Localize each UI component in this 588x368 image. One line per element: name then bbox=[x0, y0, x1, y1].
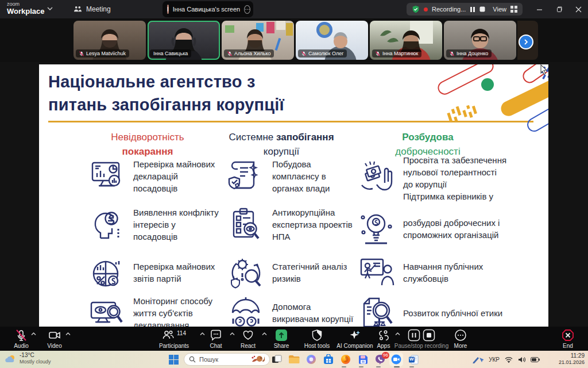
participant-tile-active-speaker[interactable]: Інна Савицька bbox=[148, 21, 220, 60]
meeting-tab-label: Meeting bbox=[86, 5, 111, 13]
participant-tile[interactable]: Lesya Matviichuk bbox=[74, 21, 146, 60]
host-tools-button[interactable]: Host tools bbox=[297, 329, 336, 349]
copilot-button[interactable] bbox=[304, 352, 318, 366]
decor-green-dot bbox=[481, 78, 494, 91]
participant-name-badge: Альона Хилько bbox=[224, 49, 274, 57]
recording-dot-icon bbox=[424, 7, 428, 12]
weather-cloud-icon bbox=[5, 354, 16, 364]
participants-count: 114 bbox=[177, 330, 186, 336]
slide-item: Навчання публічних службовців bbox=[358, 254, 536, 291]
view-grid-icon[interactable] bbox=[510, 6, 517, 13]
mic-muted-icon bbox=[15, 329, 28, 342]
more-button[interactable]: More bbox=[443, 329, 478, 349]
recording-status-pill: Recording... View bbox=[407, 3, 523, 16]
battery-icon[interactable] bbox=[531, 357, 540, 362]
next-participants-button[interactable] bbox=[519, 34, 533, 49]
system-tray: УКР bbox=[472, 351, 540, 368]
slide-item: Просвіта та забезпечення нульової толера… bbox=[358, 154, 536, 202]
share-button[interactable]: Share bbox=[263, 329, 300, 349]
compliance-scroll-icon bbox=[227, 158, 264, 194]
zoom-workplace-logo: zoom Workplace bbox=[7, 2, 45, 16]
meeting-people-icon bbox=[74, 5, 82, 14]
store-icon bbox=[323, 354, 334, 365]
decor-yellow-dashes bbox=[441, 98, 487, 128]
shield-icon bbox=[311, 329, 323, 342]
file-explorer-button[interactable] bbox=[287, 352, 301, 366]
clock-widget[interactable]: 11:29 21.01.2026 bbox=[559, 352, 585, 366]
participants-button[interactable]: 114 Participants bbox=[150, 329, 198, 349]
microsoft-store-button[interactable] bbox=[322, 352, 335, 366]
search-icon bbox=[189, 356, 196, 363]
participant-tile[interactable]: Самолюк Олег bbox=[296, 21, 368, 60]
share-screen-icon bbox=[275, 329, 288, 342]
end-meeting-button[interactable]: End bbox=[552, 329, 583, 349]
search-highlight-image[interactable] bbox=[250, 354, 265, 365]
volume-icon[interactable] bbox=[518, 356, 525, 363]
start-button[interactable] bbox=[167, 352, 180, 366]
slide-item: Розвиток публічної етики bbox=[358, 294, 536, 327]
firefox-button[interactable] bbox=[339, 352, 353, 366]
whistleblower-umbrella-icon bbox=[227, 294, 264, 327]
expertise-clipboard-icon bbox=[227, 206, 264, 243]
slide-item: Перевірка майнових звітів партій bbox=[88, 254, 226, 291]
slide-item: Виявлення конфлікту інтересів у посадовц… bbox=[88, 206, 226, 243]
participant-name-badge: Інна Савицька bbox=[150, 49, 191, 57]
lifestyle-monitoring-icon bbox=[88, 294, 125, 327]
sparkle-icon bbox=[349, 329, 361, 342]
security-shield-icon[interactable] bbox=[412, 5, 420, 13]
time-label: 11:29 bbox=[559, 352, 585, 359]
search-input[interactable]: Пошук bbox=[184, 353, 270, 366]
weather-condition-label: Mostly cloudy bbox=[20, 359, 51, 365]
tab-options-icon[interactable]: ⋯ bbox=[244, 5, 250, 14]
pause-icon[interactable] bbox=[408, 329, 420, 342]
mic-muted-icon bbox=[301, 51, 306, 56]
tab-meeting[interactable]: Meeting bbox=[74, 0, 111, 18]
pen-input-icon[interactable] bbox=[472, 355, 483, 363]
close-button[interactable] bbox=[568, 0, 588, 18]
participant-tile[interactable]: Альона Хилько bbox=[222, 21, 294, 60]
camera-icon bbox=[48, 329, 61, 342]
chat-button[interactable]: Chat bbox=[199, 329, 233, 349]
word-button[interactable]: W bbox=[407, 352, 420, 366]
tab-shared-screen[interactable]: І Інна Савицька's screen ⋯ bbox=[163, 1, 253, 17]
floppy-disk-icon bbox=[358, 355, 368, 365]
video-options-chevron-icon[interactable] bbox=[65, 332, 71, 336]
zoom-app-button[interactable] bbox=[389, 352, 403, 366]
chat-bubble-icon bbox=[210, 329, 222, 342]
mic-muted-icon bbox=[227, 51, 232, 56]
slide-item: Перевірка майнових декларацій посадовців bbox=[88, 158, 226, 194]
pause-recording-icon[interactable] bbox=[470, 6, 475, 13]
task-view-icon bbox=[272, 355, 282, 364]
avatar: І bbox=[167, 5, 169, 14]
mic-muted-icon bbox=[79, 51, 84, 56]
viber-button[interactable]: 96 bbox=[373, 352, 387, 366]
minimize-button[interactable] bbox=[529, 0, 549, 18]
recording-label: Recording... bbox=[432, 6, 466, 13]
monitor-analytics-icon bbox=[88, 158, 125, 194]
end-call-icon bbox=[562, 329, 574, 342]
wifi-icon[interactable] bbox=[505, 356, 513, 363]
stop-icon[interactable] bbox=[423, 329, 435, 342]
more-ellipsis-icon bbox=[454, 329, 467, 342]
zoom-brand-small: zoom bbox=[7, 2, 45, 7]
language-indicator[interactable]: УКР bbox=[489, 356, 500, 363]
react-button[interactable]: React bbox=[231, 329, 265, 349]
word-letter: W bbox=[409, 356, 414, 362]
saved-app-button[interactable] bbox=[356, 352, 370, 366]
weather-widget[interactable]: -13°C Mostly cloudy bbox=[5, 352, 51, 365]
view-label[interactable]: View bbox=[493, 6, 506, 13]
windows-logo-icon bbox=[169, 355, 179, 365]
training-icon bbox=[358, 254, 395, 291]
maximize-button[interactable] bbox=[549, 0, 568, 18]
windows-taskbar: -13°C Mostly cloudy Пошук bbox=[0, 351, 588, 368]
participant-tile[interactable]: Інна Доценко bbox=[444, 21, 516, 60]
running-indicator-active bbox=[394, 366, 400, 367]
participant-name-badge: Інна Доценко bbox=[446, 49, 492, 57]
task-view-button[interactable] bbox=[270, 352, 284, 366]
ethics-document-icon bbox=[358, 294, 395, 327]
slide-item: Антикорупційна експертиза проектів НПА bbox=[227, 206, 371, 243]
participant-tile[interactable]: Інна Мартинюк bbox=[370, 21, 442, 60]
risk-analysis-gear-icon bbox=[227, 254, 264, 291]
stop-recording-icon[interactable] bbox=[479, 6, 485, 12]
chevron-down-icon[interactable] bbox=[47, 7, 53, 10]
